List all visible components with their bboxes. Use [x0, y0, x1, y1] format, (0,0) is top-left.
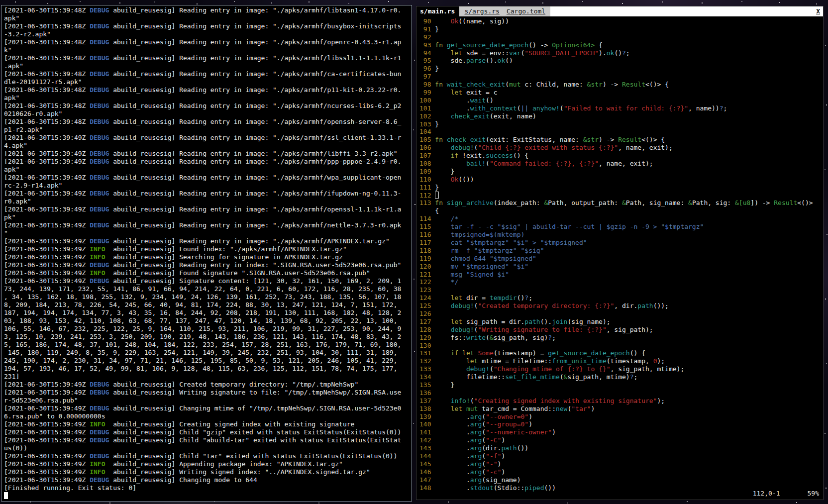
- text-segment: rm -f "$tmptargz" "$sig": [435, 247, 544, 254]
- log-line: [2021-06-30T15:39:48Z DEBUG abuild_reuse…: [4, 86, 412, 94]
- text-segment: .: [435, 428, 470, 436]
- text-segment: (: [505, 81, 509, 88]
- line-number: 145: [419, 460, 435, 468]
- line-number: 102: [419, 112, 435, 120]
- text-segment: DEBUG: [90, 261, 109, 269]
- tab-close-button[interactable]: X: [815, 6, 823, 16]
- text-segment: }: [435, 25, 439, 33]
- log-line: 6.rsa.pub" to 0.000000000s: [4, 412, 412, 420]
- text-segment: [2021-06-30T15:39:49Z: [4, 269, 90, 277]
- text-segment: DEBUG: [90, 158, 109, 165]
- line-number: 96: [419, 65, 435, 72]
- line-number: 134: [419, 373, 435, 381]
- text-segment: fn: [435, 199, 443, 206]
- text-segment: Result: [774, 199, 797, 206]
- text-segment: check_exit: [451, 112, 490, 120]
- scroll-percent: 59%: [808, 490, 819, 497]
- text-segment: ;: [626, 49, 630, 57]
- text-segment: Path, sig_name:: [626, 199, 688, 206]
- tab-main-rs[interactable]: s/main.rs: [416, 6, 459, 16]
- text-segment: DEBUG: [90, 205, 109, 213]
- code-line: 135 }: [419, 381, 823, 389]
- text-segment: [2021-06-30T15:39:49Z: [4, 420, 90, 428]
- text-segment: "--group=0": [486, 420, 528, 428]
- text-segment: [435, 405, 450, 412]
- line-number: 91: [419, 25, 435, 33]
- text-segment: "--owner=0": [486, 413, 528, 420]
- text-segment: {: [435, 207, 439, 214]
- log-line: 145, 180, 119, 249, 8, 35, 9, 229, 163, …: [4, 349, 412, 357]
- text-segment: "--numeric-owner": [486, 428, 552, 436]
- log-line: k": [4, 46, 412, 54]
- code-line: 144 .arg("-f"): [419, 452, 823, 460]
- text-segment: tmpsigned=$(mktemp): [435, 231, 524, 238]
- line-number: 110: [419, 176, 435, 183]
- line-number: 144: [419, 452, 435, 460]
- log-line: -3.2-r2.apk": [4, 30, 412, 38]
- log-line: , 34, 135, 162, 18, 198, 255, 132, 9, 23…: [4, 293, 412, 301]
- log-line: [2021-06-30T15:39:49Z INFO abuild_reuses…: [4, 253, 412, 261]
- text-segment: success: [486, 152, 513, 159]
- log-terminal-window[interactable]: [2021-06-30T15:39:48Z DEBUG abuild_reuse…: [1, 5, 412, 502]
- log-line: 106, 55, 146, 67, 232, 225, 122, 25, 9, …: [4, 325, 412, 333]
- text-segment: debug!: [451, 302, 474, 309]
- code-line: 112: [419, 192, 823, 200]
- code-line: 129 fs::write(&sig_path, sig)?;: [419, 334, 823, 342]
- text-segment: (): [505, 57, 513, 64]
- line-number: 114: [419, 215, 435, 222]
- text-segment: rc-2.9-r14.apk": [4, 182, 62, 189]
- text-segment: abuild_reusesig] Child "abuild-tar" exit…: [109, 436, 401, 444]
- log-line: r-5d523e06.rsa.pub": [4, 397, 412, 404]
- tabline-fill: [550, 6, 815, 16]
- code-line: 95 sde.parse().ok(): [419, 57, 823, 65]
- text-segment: DEBUG: [90, 118, 109, 125]
- log-line: [Finished running. Exit status: 0]: [4, 484, 412, 492]
- text-segment: ()): [544, 484, 556, 492]
- line-number: 143: [419, 444, 435, 452]
- text-segment: ) ->: [599, 136, 618, 143]
- tab-cargo-toml[interactable]: Cargo.toml: [507, 7, 545, 15]
- text-segment: p1-r2.apk": [4, 126, 43, 133]
- text-segment: ;: [724, 104, 727, 112]
- code-line: 114 /*: [419, 215, 823, 223]
- text-segment: DEBUG: [90, 221, 109, 229]
- text-segment: arg: [470, 413, 482, 420]
- text-segment: DEBUG: [90, 134, 109, 141]
- text-segment: let: [466, 357, 478, 365]
- log-line: [2021-06-30T15:39:49Z DEBUG abuild_reuse…: [4, 134, 412, 142]
- tab-args-rs[interactable]: s/args.rs: [464, 7, 499, 15]
- line-number: 118: [419, 247, 435, 254]
- text-segment: ()): [517, 444, 528, 452]
- text-segment: abuild_reusesig] Child "gzip" exited wit…: [109, 428, 401, 436]
- text-segment: arg: [470, 420, 482, 428]
- text-segment: 194, 57, 193, 46, 17, 52, 49, 99, 81, 10…: [4, 365, 401, 372]
- code-line: 143 .arg(dir.path()): [419, 444, 823, 452]
- code-line: 92: [419, 33, 823, 41]
- text-segment: ?: [630, 373, 634, 381]
- text-segment: 0210626-r0.apk": [4, 110, 62, 117]
- log-line: [2021-06-30T15:39:49Z INFO abuild_reuses…: [4, 460, 412, 468]
- text-segment: [2021-06-30T15:39:49Z: [4, 205, 90, 213]
- text-segment: INFO: [90, 468, 105, 476]
- text-segment: [2021-06-30T15:39:49Z: [4, 428, 90, 436]
- text-segment: ());: [653, 302, 669, 309]
- text-segment: sde = env::: [462, 49, 509, 57]
- code-line: 123: [419, 286, 823, 294]
- text-segment: 5, 165, 186, 174, 48, 37, 101, 248, 104,…: [4, 341, 401, 348]
- text-segment: ;: [528, 294, 532, 302]
- text-segment: sig_path, sig): [494, 334, 548, 341]
- code-line: 111 }: [419, 184, 823, 192]
- text-segment: let: [451, 405, 462, 412]
- text-segment: [435, 318, 450, 325]
- text-segment: .: [435, 97, 470, 104]
- text-segment: ().: [486, 57, 497, 64]
- log-line: [2021-06-30T15:39:48Z DEBUG abuild_reuse…: [4, 54, 412, 62]
- text-segment: ().: [540, 318, 552, 325]
- text-segment: get_source_date_epoch: [447, 41, 528, 49]
- line-number: 133: [419, 365, 435, 373]
- text-segment: debug!: [451, 326, 474, 333]
- log-line: [2021-06-30T15:39:49Z DEBUG abuild_reuse…: [4, 436, 412, 444]
- vim-editor-window[interactable]: s/main.rs s/args.rsCargo.toml X 90 Ok((n…: [416, 6, 824, 500]
- text-segment: DEBUG: [90, 381, 109, 388]
- line-number: 141: [419, 428, 435, 436]
